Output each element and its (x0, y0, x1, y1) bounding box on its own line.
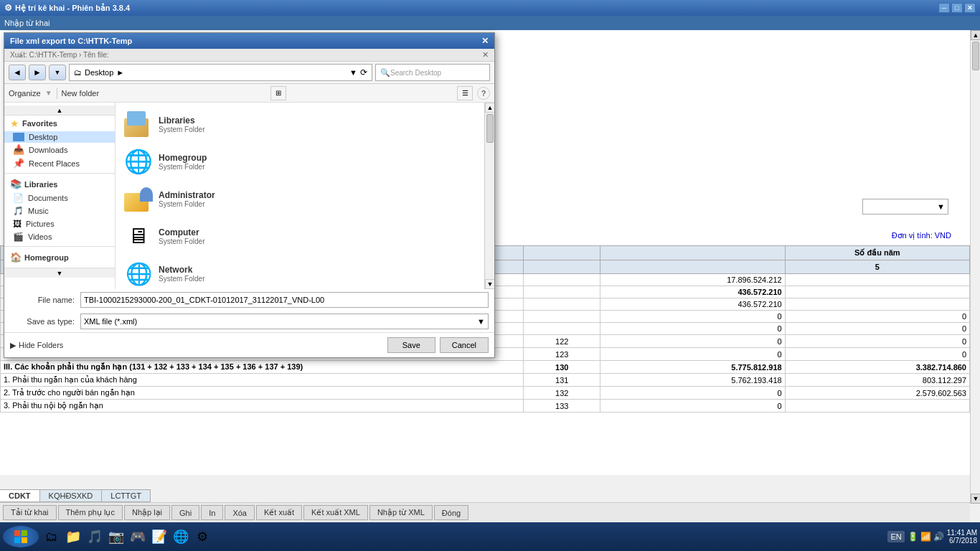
toolbar-button[interactable]: Đóng (434, 505, 468, 520)
nav-dropdown-arrow[interactable]: ▼ (349, 68, 357, 77)
sidebar-item-desktop[interactable]: Desktop (4, 131, 115, 143)
taskbar-app-icon[interactable]: 📷 (106, 527, 126, 547)
help-button[interactable]: ? (477, 87, 490, 100)
file-scroll-down-btn[interactable]: ▼ (485, 279, 494, 289)
file-area-scrollbar[interactable]: ▲ ▼ (484, 103, 494, 289)
view-button-2[interactable]: ☰ (457, 86, 473, 100)
sidebar-item-pictures[interactable]: 🖼 Pictures (4, 217, 115, 230)
taskbar-app-icon[interactable]: 📁 (63, 527, 83, 547)
search-icon: 🔍 (380, 68, 390, 77)
save-button[interactable]: Save (387, 337, 435, 353)
nav-refresh-icon[interactable]: ⟳ (360, 67, 367, 77)
tab-item[interactable]: KQHĐSXKD (40, 490, 103, 501)
taskbar-app-icon[interactable]: 🗂 (42, 527, 62, 547)
file-item[interactable]: 🖥ComputerSystem Folder (118, 217, 481, 255)
toolbar-button[interactable]: In (201, 505, 223, 520)
tab-item[interactable]: LCTTGT (102, 490, 151, 501)
taskbar-app-icon[interactable]: 🎮 (128, 527, 148, 547)
sidebar-item-recent-places[interactable]: 📌 Recent Places (4, 156, 115, 170)
taskbar-app-icon[interactable]: 🌐 (171, 527, 191, 547)
taskbar-app-icon[interactable]: 🎵 (85, 527, 105, 547)
sidebar-scroll-up[interactable]: ▲ (4, 105, 115, 116)
sidebar-homegroup-section: 🏠 Homegroup (4, 250, 115, 265)
nav-forward-button[interactable]: ► (29, 65, 46, 80)
filename-label: File name: (10, 296, 75, 304)
toolbar-button[interactable]: Kết xuất XML (303, 505, 368, 520)
system-tray: 🔋 📶 🔊 (908, 532, 944, 542)
documents-icon: 📄 (13, 193, 24, 203)
cell-code (524, 323, 600, 335)
pictures-icon: 🖼 (13, 219, 22, 229)
savetype-label: Save as type: (10, 317, 75, 326)
app-window: ⚙ Hệ trí kê khai - Phiên bản 3.8.4 ─ □ ✕… (0, 0, 980, 551)
export-close-icon[interactable]: ✕ (482, 50, 489, 60)
file-browser: ▲ ★ Favorites Desktop 📥 Downloads (4, 103, 494, 289)
cell-val1: 17.896.524.212 (600, 274, 785, 286)
dropdown-field[interactable]: ▼ (862, 199, 948, 215)
sidebar-homegroup-header[interactable]: 🏠 Homegroup (4, 250, 115, 265)
sidebar-scroll-down[interactable]: ▼ (4, 268, 115, 278)
start-button[interactable] (3, 526, 39, 547)
file-scroll-up-btn[interactable]: ▲ (485, 103, 494, 113)
scroll-down-btn[interactable]: ▼ (971, 494, 980, 504)
file-dialog-close-button[interactable]: ✕ (481, 36, 489, 46)
sidebar-libraries-header[interactable]: 📚 Libraries (4, 176, 115, 192)
file-item[interactable]: AdministratorSystem Folder (118, 180, 481, 217)
organize-arrow[interactable]: ▼ (45, 89, 52, 97)
desktop-icon (13, 133, 24, 141)
file-item[interactable]: 🌐HomegroupSystem Folder (118, 143, 481, 180)
filename-input[interactable] (80, 292, 489, 308)
right-scrollbar[interactable]: ▲ ▼ (970, 30, 980, 504)
cancel-button[interactable]: Cancel (440, 337, 489, 353)
view-button[interactable]: ⊞ (270, 86, 286, 100)
cell-code: 132 (524, 387, 600, 400)
toolbar-button[interactable]: Ghi (171, 505, 199, 520)
col-header-code (524, 246, 600, 260)
savetype-dropdown[interactable]: XML file (*.xml) ▼ (80, 314, 489, 329)
homegroup-icon: 🏠 (10, 252, 22, 263)
file-scroll-thumb[interactable] (486, 114, 494, 143)
sidebar-item-videos[interactable]: 🎬 Videos (4, 230, 115, 243)
dropdown-arrow: ▼ (937, 202, 945, 211)
nav-location-bar[interactable]: 🗂 Desktop ► ▼ ⟳ (69, 64, 372, 81)
taskbar-app-icon[interactable]: 📝 (149, 527, 169, 547)
col-subheader-2 (524, 260, 600, 274)
app-title: Hệ trí kê khai - Phiên bản 3.8.4 (15, 4, 130, 13)
toolbar-button[interactable]: Thêm phụ lục (58, 505, 123, 520)
taskbar-app-icon[interactable]: ⚙ (192, 527, 212, 547)
cell-label: 2. Trả trước cho người bán ngắn hạn (1, 387, 524, 400)
sidebar-item-documents[interactable]: 📄 Documents (4, 192, 115, 204)
file-icon: 🖥 (124, 222, 153, 250)
close-button[interactable]: ✕ (964, 3, 976, 13)
svg-rect-1 (22, 530, 27, 536)
music-icon: 🎵 (13, 206, 24, 216)
file-item[interactable]: LibrariesSystem Folder (118, 105, 481, 143)
tab-item[interactable]: CDKT (0, 490, 40, 501)
toolbar-button[interactable]: Xóa (225, 505, 255, 520)
organize-button[interactable]: Organize (9, 89, 41, 98)
minimize-button[interactable]: ─ (938, 3, 950, 13)
maximize-button[interactable]: □ (951, 3, 963, 13)
sidebar-item-downloads[interactable]: 📥 Downloads (4, 143, 115, 156)
scroll-thumb[interactable] (972, 42, 979, 70)
recent-places-icon: 📌 (13, 158, 24, 169)
cell-val2: 0 (785, 335, 969, 348)
new-folder-button[interactable]: New folder (62, 89, 100, 98)
nav-up-button[interactable]: ▼ (49, 65, 66, 80)
toolbar-button[interactable]: Kết xuất (256, 505, 302, 520)
file-info: NetworkSystem Folder (159, 265, 204, 283)
sidebar-favorites-header[interactable]: ★ Favorites (4, 116, 115, 131)
taskbar-right: EN 🔋 📶 🔊 11:41 AM 6/7/2018 (887, 529, 977, 545)
nav-back-button[interactable]: ◄ (9, 65, 26, 80)
sidebar-music-label: Music (28, 207, 49, 215)
sidebar-item-music[interactable]: 🎵 Music (4, 204, 115, 217)
sidebar-favorites-label: Favorites (22, 119, 57, 128)
file-item[interactable]: 🌐NetworkSystem Folder (118, 255, 481, 289)
scroll-up-btn[interactable]: ▲ (971, 30, 980, 40)
toolbar-button[interactable]: Nhập từ XML (369, 505, 433, 520)
toolbar-button[interactable]: Nhập lại (124, 505, 170, 520)
file-dialog-title-label: File xml export to C:\HTTK-Temp (10, 37, 132, 45)
hide-folders-toggle[interactable]: ▶ Hide Folders (10, 341, 63, 350)
toolbar-button[interactable]: Tải từ khai (3, 505, 57, 520)
nav-search-bar[interactable]: 🔍 Search Desktop (375, 64, 490, 81)
